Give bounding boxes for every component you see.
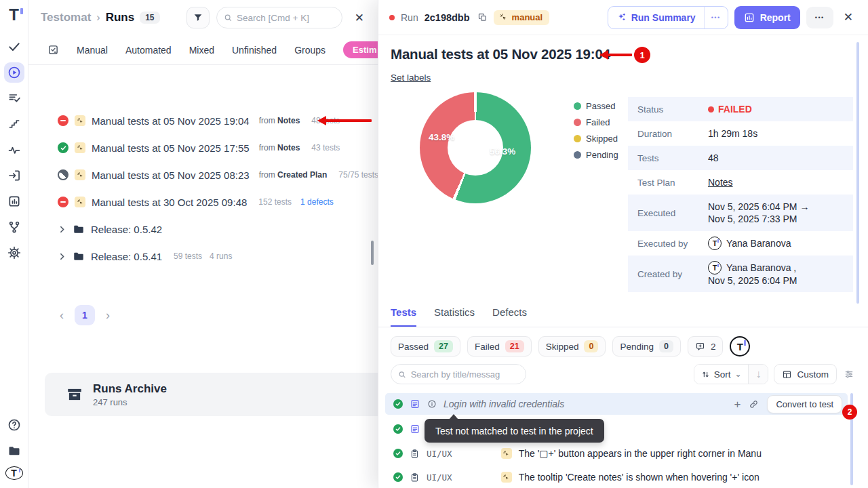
run-from: from Notes <box>259 116 300 125</box>
more-actions-button[interactable]: ••• <box>806 7 833 28</box>
run-row[interactable]: Manual tests at 05 Nov 2025 17:55 from N… <box>28 134 378 161</box>
sort-direction-button[interactable]: ↓ <box>749 365 768 384</box>
comment-plus-icon <box>695 342 705 352</box>
tab-estimate-badge[interactable]: Estim <box>343 41 378 58</box>
clipboard-icon <box>410 449 420 459</box>
filter-button[interactable] <box>186 7 210 28</box>
release-folder-row[interactable]: Release: 0.5.41 59 tests 4 runs <box>28 243 378 270</box>
legend-item-passed: Passed <box>574 101 618 111</box>
manual-run-icon <box>75 197 85 207</box>
test-row[interactable]: Login with invalid credentials + Convert… <box>385 393 848 415</box>
runs-panel: Testomat › Runs 15 ✕ Manual Automated Mi… <box>28 0 378 488</box>
runs-search[interactable] <box>216 7 342 28</box>
settings-gear-icon[interactable] <box>4 243 24 263</box>
donut-chart: 43.8% 56.3% <box>420 92 531 203</box>
view-settings-icon[interactable] <box>842 369 856 380</box>
annotation-arrow-title <box>608 54 632 56</box>
expand-chevron-icon[interactable] <box>58 252 66 261</box>
breadcrumb-project[interactable]: Testomat <box>41 11 91 24</box>
run-defects-link[interactable]: 1 defects <box>300 197 334 207</box>
tab-manual[interactable]: Manual <box>77 45 108 56</box>
tab-automated[interactable]: Automated <box>125 45 172 56</box>
help-icon[interactable] <box>4 415 24 435</box>
breadcrumb: Testomat › Runs 15 <box>41 11 160 24</box>
next-page-button[interactable]: › <box>106 309 110 321</box>
chip-skipped[interactable]: Skipped0 <box>538 336 606 357</box>
runs-count-badge: 15 <box>140 12 159 24</box>
test-row[interactable]: UI/UX The tooltip 'Create notes' is show… <box>385 467 848 487</box>
runs-icon[interactable] <box>4 62 24 83</box>
expand-chevron-icon[interactable] <box>58 225 66 234</box>
runs-archive-card[interactable]: Runs Archive 247 runs <box>45 373 378 416</box>
tab-tests[interactable]: Tests <box>391 306 416 327</box>
custom-columns-button[interactable]: Custom <box>774 364 837 384</box>
chip-passed[interactable]: Passed27 <box>391 336 460 357</box>
test-search[interactable] <box>391 364 526 384</box>
legend-item-pending: Pending <box>574 150 618 160</box>
detail-row-tests: Tests 48 <box>628 146 853 170</box>
tab-groups[interactable]: Groups <box>294 45 326 56</box>
prev-page-button[interactable]: ‹ <box>60 309 64 321</box>
search-icon <box>398 370 406 379</box>
clear-search-button[interactable]: ✕ <box>349 8 370 28</box>
test-list-icon[interactable] <box>4 88 24 108</box>
chart-legend: Passed Failed Skipped Pending <box>574 101 618 166</box>
close-panel-button[interactable]: ✕ <box>840 7 857 27</box>
projects-folder-icon[interactable] <box>4 441 24 461</box>
release-folder-row[interactable]: Release: 0.5.42 <box>28 216 378 243</box>
breadcrumb-separator-icon: › <box>96 12 100 24</box>
folder-icon <box>73 223 85 235</box>
run-summary-more-button[interactable]: ••• <box>705 7 728 28</box>
reports-icon[interactable] <box>4 191 24 211</box>
archive-title: Runs Archive <box>93 382 167 396</box>
link-icon[interactable] <box>749 399 759 409</box>
tab-unfinished[interactable]: Unfinished <box>232 45 277 56</box>
branch-icon[interactable] <box>4 217 24 237</box>
failed-dot-icon <box>389 15 395 20</box>
workspace-avatar[interactable]: T <box>5 466 23 480</box>
detail-row-created-by: Created by TYana Baranova ,Nov 5, 2025 6… <box>628 256 853 292</box>
chip-failed[interactable]: Failed21 <box>467 336 532 357</box>
run-row[interactable]: Manual tests at 05 Nov 2025 08:23 from C… <box>28 161 378 188</box>
detail-header: Run 2c198dbb manual Run Summary ••• Repo… <box>378 0 868 35</box>
set-labels-link[interactable]: Set labels <box>391 73 431 83</box>
bulk-select-icon[interactable] <box>47 44 59 56</box>
chip-pending[interactable]: Pending0 <box>612 336 681 357</box>
clipboard-icon <box>410 472 420 483</box>
in-progress-status-icon <box>58 169 68 180</box>
sort-button[interactable]: Sort ⌄ <box>694 365 749 384</box>
run-row[interactable]: Manual tests at 30 Oct 2025 09:48 152 te… <box>28 188 378 216</box>
failed-dot-icon <box>708 106 714 113</box>
icon-rail: T T <box>0 0 28 488</box>
assignee-avatar[interactable]: T <box>730 336 750 357</box>
test-search-input[interactable] <box>411 369 519 380</box>
test-plan-link[interactable]: Notes <box>708 176 733 188</box>
tasks-icon[interactable] <box>4 37 24 57</box>
import-icon[interactable] <box>4 165 24 186</box>
runs-search-input[interactable] <box>237 13 335 23</box>
convert-to-test-button[interactable]: Convert to test <box>767 395 842 413</box>
copy-icon[interactable] <box>477 12 488 22</box>
report-button[interactable]: Report <box>734 6 800 29</box>
manual-badge[interactable]: manual <box>494 10 550 25</box>
app-logo[interactable]: T <box>9 7 19 23</box>
tab-defects[interactable]: Defects <box>492 306 527 327</box>
page-1-button[interactable]: 1 <box>75 305 95 325</box>
run-id: 2c198dbb <box>425 12 470 23</box>
run-summary-button[interactable]: Run Summary <box>608 7 704 28</box>
tab-mixed[interactable]: Mixed <box>189 45 214 56</box>
add-icon[interactable]: + <box>734 399 741 410</box>
detail-scrollbar[interactable] <box>856 42 859 304</box>
activity-icon[interactable] <box>4 140 24 160</box>
run-from: from Created Plan <box>259 170 328 180</box>
sort-arrows-icon <box>701 370 710 379</box>
run-from: from Notes <box>259 143 300 152</box>
chip-comments[interactable]: 2 <box>688 336 724 357</box>
steps-icon[interactable] <box>4 114 24 134</box>
passed-status-icon <box>58 142 68 153</box>
detail-row-testplan: Test Plan Notes <box>628 170 853 195</box>
tab-statistics[interactable]: Statistics <box>434 306 475 327</box>
runs-scrollbar[interactable] <box>371 241 374 265</box>
test-row[interactable]: UI/UX The '▢+' button appears in the upp… <box>385 443 848 464</box>
legend-item-failed: Failed <box>574 117 618 127</box>
